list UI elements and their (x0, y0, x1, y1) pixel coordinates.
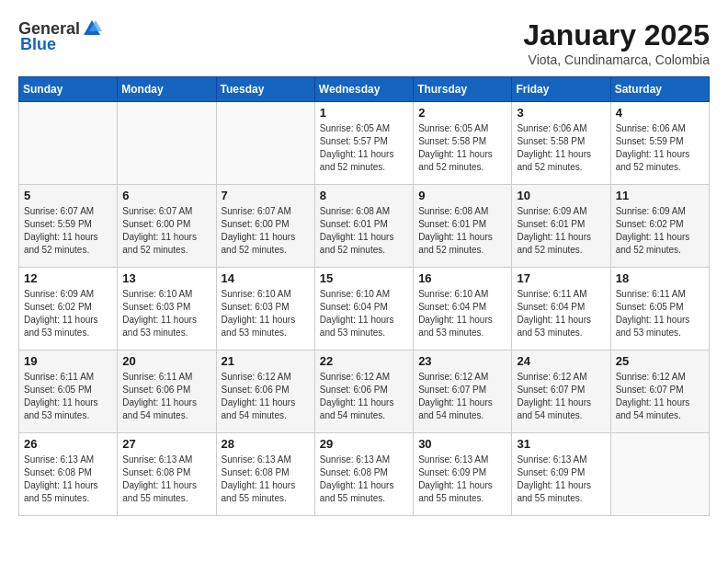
calendar-cell: 30Sunrise: 6:13 AM Sunset: 6:09 PM Dayli… (414, 433, 512, 516)
calendar-cell (610, 433, 709, 516)
calendar-cell: 4Sunrise: 6:06 AM Sunset: 5:59 PM Daylig… (610, 102, 709, 185)
day-info: Sunrise: 6:11 AM Sunset: 6:06 PM Dayligh… (122, 371, 210, 422)
logo-icon (82, 18, 102, 39)
calendar-cell: 29Sunrise: 6:13 AM Sunset: 6:08 PM Dayli… (314, 433, 413, 516)
day-info: Sunrise: 6:13 AM Sunset: 6:08 PM Dayligh… (222, 454, 310, 505)
day-info: Sunrise: 6:10 AM Sunset: 6:04 PM Dayligh… (320, 288, 408, 339)
month-title: January 2025 (523, 18, 710, 52)
day-number: 4 (616, 106, 704, 120)
day-info: Sunrise: 6:12 AM Sunset: 6:07 PM Dayligh… (517, 371, 605, 422)
day-info: Sunrise: 6:05 AM Sunset: 5:58 PM Dayligh… (418, 122, 506, 174)
calendar-cell: 13Sunrise: 6:10 AM Sunset: 6:03 PM Dayli… (118, 268, 216, 350)
page-header: General Blue January 2025 Viota, Cundina… (18, 18, 710, 67)
day-info: Sunrise: 6:10 AM Sunset: 6:04 PM Dayligh… (418, 288, 506, 339)
calendar-cell: 28Sunrise: 6:13 AM Sunset: 6:08 PM Dayli… (216, 433, 314, 516)
day-number: 25 (616, 354, 704, 368)
day-number: 14 (222, 271, 310, 285)
calendar-week-row: 19Sunrise: 6:11 AM Sunset: 6:05 PM Dayli… (19, 350, 710, 433)
day-number: 8 (320, 189, 408, 202)
day-number: 22 (320, 354, 408, 368)
day-number: 12 (24, 271, 112, 285)
weekday-header-thursday: Thursday (414, 77, 512, 102)
day-number: 5 (24, 189, 112, 202)
day-info: Sunrise: 6:09 AM Sunset: 6:02 PM Dayligh… (616, 205, 704, 257)
day-info: Sunrise: 6:06 AM Sunset: 5:59 PM Dayligh… (616, 122, 704, 174)
day-info: Sunrise: 6:09 AM Sunset: 6:02 PM Dayligh… (24, 288, 112, 339)
calendar-cell: 25Sunrise: 6:12 AM Sunset: 6:07 PM Dayli… (610, 350, 709, 433)
calendar-cell: 22Sunrise: 6:12 AM Sunset: 6:06 PM Dayli… (314, 350, 413, 433)
day-number: 18 (616, 271, 704, 285)
day-info: Sunrise: 6:10 AM Sunset: 6:03 PM Dayligh… (122, 288, 210, 339)
calendar-cell: 10Sunrise: 6:09 AM Sunset: 6:01 PM Dayli… (512, 185, 610, 268)
day-info: Sunrise: 6:06 AM Sunset: 5:58 PM Dayligh… (517, 122, 605, 174)
calendar-cell: 3Sunrise: 6:06 AM Sunset: 5:58 PM Daylig… (512, 102, 610, 185)
day-number: 24 (517, 354, 605, 368)
day-number: 16 (418, 271, 506, 285)
day-info: Sunrise: 6:10 AM Sunset: 6:03 PM Dayligh… (222, 288, 310, 339)
day-info: Sunrise: 6:08 AM Sunset: 6:01 PM Dayligh… (320, 205, 408, 257)
calendar-cell: 20Sunrise: 6:11 AM Sunset: 6:06 PM Dayli… (118, 350, 216, 433)
logo: General Blue (18, 18, 102, 54)
calendar-cell: 18Sunrise: 6:11 AM Sunset: 6:05 PM Dayli… (610, 268, 709, 350)
calendar-week-row: 26Sunrise: 6:13 AM Sunset: 6:08 PM Dayli… (19, 433, 710, 516)
day-number: 2 (418, 106, 506, 120)
day-info: Sunrise: 6:11 AM Sunset: 6:05 PM Dayligh… (24, 371, 112, 422)
calendar-cell: 23Sunrise: 6:12 AM Sunset: 6:07 PM Dayli… (414, 350, 512, 433)
day-info: Sunrise: 6:13 AM Sunset: 6:08 PM Dayligh… (122, 454, 210, 505)
day-number: 10 (517, 189, 605, 202)
day-number: 26 (24, 437, 112, 451)
calendar-cell (118, 102, 216, 185)
calendar-cell: 7Sunrise: 6:07 AM Sunset: 6:00 PM Daylig… (216, 185, 314, 268)
day-info: Sunrise: 6:12 AM Sunset: 6:06 PM Dayligh… (320, 371, 408, 422)
day-number: 27 (122, 437, 210, 451)
calendar-cell: 5Sunrise: 6:07 AM Sunset: 5:59 PM Daylig… (19, 185, 118, 268)
day-number: 11 (616, 189, 704, 202)
day-info: Sunrise: 6:07 AM Sunset: 5:59 PM Dayligh… (24, 205, 112, 257)
logo-blue: Blue (20, 35, 56, 54)
calendar-cell: 8Sunrise: 6:08 AM Sunset: 6:01 PM Daylig… (314, 185, 413, 268)
day-number: 29 (320, 437, 408, 451)
calendar-cell: 14Sunrise: 6:10 AM Sunset: 6:03 PM Dayli… (216, 268, 314, 350)
weekday-header-sunday: Sunday (19, 77, 118, 102)
day-info: Sunrise: 6:08 AM Sunset: 6:01 PM Dayligh… (418, 205, 506, 257)
day-number: 28 (222, 437, 310, 451)
calendar-table: SundayMondayTuesdayWednesdayThursdayFrid… (18, 76, 710, 516)
calendar-cell: 21Sunrise: 6:12 AM Sunset: 6:06 PM Dayli… (216, 350, 314, 433)
day-number: 23 (418, 354, 506, 368)
day-info: Sunrise: 6:12 AM Sunset: 6:07 PM Dayligh… (418, 371, 506, 422)
day-number: 21 (222, 354, 310, 368)
day-info: Sunrise: 6:09 AM Sunset: 6:01 PM Dayligh… (517, 205, 605, 257)
calendar-week-row: 5Sunrise: 6:07 AM Sunset: 5:59 PM Daylig… (19, 185, 710, 268)
day-info: Sunrise: 6:13 AM Sunset: 6:09 PM Dayligh… (418, 454, 506, 505)
calendar-cell: 17Sunrise: 6:11 AM Sunset: 6:04 PM Dayli… (512, 268, 610, 350)
calendar-cell: 2Sunrise: 6:05 AM Sunset: 5:58 PM Daylig… (414, 102, 512, 185)
calendar-cell: 26Sunrise: 6:13 AM Sunset: 6:08 PM Dayli… (19, 433, 118, 516)
calendar-cell: 15Sunrise: 6:10 AM Sunset: 6:04 PM Dayli… (314, 268, 413, 350)
calendar-week-row: 1Sunrise: 6:05 AM Sunset: 5:57 PM Daylig… (19, 102, 710, 185)
day-info: Sunrise: 6:13 AM Sunset: 6:09 PM Dayligh… (517, 454, 605, 505)
weekday-header-tuesday: Tuesday (216, 77, 314, 102)
weekday-header-monday: Monday (118, 77, 216, 102)
day-info: Sunrise: 6:12 AM Sunset: 6:06 PM Dayligh… (222, 371, 310, 422)
weekday-header-wednesday: Wednesday (314, 77, 413, 102)
calendar-cell: 6Sunrise: 6:07 AM Sunset: 6:00 PM Daylig… (118, 185, 216, 268)
calendar-cell: 31Sunrise: 6:13 AM Sunset: 6:09 PM Dayli… (512, 433, 610, 516)
day-number: 30 (418, 437, 506, 451)
calendar-cell: 1Sunrise: 6:05 AM Sunset: 5:57 PM Daylig… (314, 102, 413, 185)
weekday-header-friday: Friday (512, 77, 610, 102)
day-info: Sunrise: 6:12 AM Sunset: 6:07 PM Dayligh… (616, 371, 704, 422)
location: Viota, Cundinamarca, Colombia (523, 52, 710, 67)
day-number: 13 (122, 271, 210, 285)
day-number: 3 (517, 106, 605, 120)
day-number: 19 (24, 354, 112, 368)
calendar-cell: 19Sunrise: 6:11 AM Sunset: 6:05 PM Dayli… (19, 350, 118, 433)
day-info: Sunrise: 6:07 AM Sunset: 6:00 PM Dayligh… (222, 205, 310, 257)
day-number: 1 (320, 106, 408, 120)
calendar-cell: 27Sunrise: 6:13 AM Sunset: 6:08 PM Dayli… (118, 433, 216, 516)
day-number: 17 (517, 271, 605, 285)
day-info: Sunrise: 6:11 AM Sunset: 6:04 PM Dayligh… (517, 288, 605, 339)
day-info: Sunrise: 6:05 AM Sunset: 5:57 PM Dayligh… (320, 122, 408, 174)
calendar-cell: 12Sunrise: 6:09 AM Sunset: 6:02 PM Dayli… (19, 268, 118, 350)
day-number: 9 (418, 189, 506, 202)
title-block: January 2025 Viota, Cundinamarca, Colomb… (523, 18, 710, 67)
